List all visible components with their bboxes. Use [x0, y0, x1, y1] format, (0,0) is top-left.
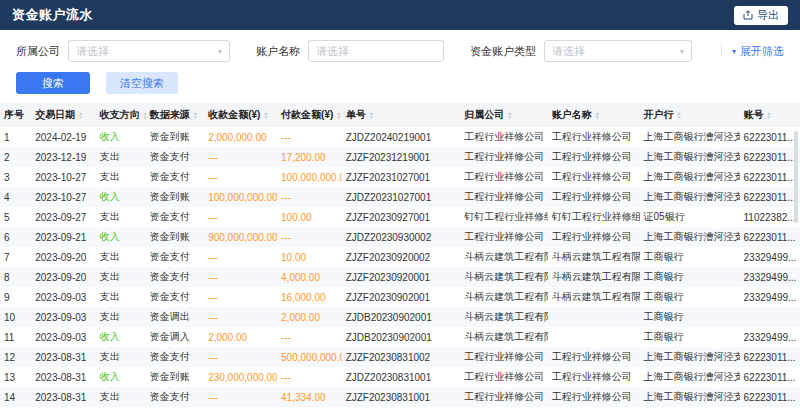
column-header-label: 账户名称 [552, 109, 592, 120]
column-header[interactable]: 账户名称▲▼ [548, 103, 640, 127]
cell-bank: 上海工商银行漕河泾支行 [640, 387, 740, 407]
column-header[interactable]: 收支方向▲▼ [96, 103, 146, 127]
column-header[interactable]: 收款金额(¥)▲▼ [204, 103, 277, 127]
cell-number: 23329499... [740, 327, 800, 347]
table-row: 102023-09-03支出资金调出---2,000.00ZJDB2023090… [0, 307, 800, 327]
column-header[interactable]: 账号▲▼ [740, 103, 800, 127]
cell-direction: 支出 [96, 167, 146, 187]
column-header-label: 数据来源 [150, 109, 190, 120]
cell-company: 工程行业祥修公司 [460, 187, 548, 207]
flow-table-wrap: 序号交易日期▲▼收支方向▲▼数据来源▲▼收款金额(¥)▲▼付款金额(¥)▲▼单号… [0, 103, 800, 409]
column-header-label: 序号 [4, 109, 24, 120]
cell-bank: 工商银行 [640, 327, 740, 347]
cell-number: 62223011... [740, 387, 800, 407]
cell-bank: 上海工商银行漕河泾支行 [640, 227, 740, 247]
cell-number: 23329499... [740, 267, 800, 287]
cell-date: 2023-09-27 [31, 207, 96, 227]
sort-icon[interactable]: ▲▼ [595, 111, 600, 119]
cell-order: ZJDZ20230831001 [342, 367, 461, 387]
cell-number [740, 307, 800, 327]
column-header-label: 归属公司 [464, 109, 504, 120]
expand-filter-link[interactable]: ▾ 展开筛选 [721, 44, 784, 59]
account-type-select[interactable]: 请选择 ▾ [544, 40, 692, 62]
cell-payment: 41,334.00 [277, 387, 342, 407]
scrollbar-thumb[interactable] [794, 131, 798, 223]
cell-no: 7 [0, 247, 31, 267]
column-header[interactable]: 归属公司▲▼ [460, 103, 548, 127]
cell-company: 工程行业祥修公司 [460, 347, 548, 367]
column-header[interactable]: 开户行▲▼ [640, 103, 740, 127]
cell-receipt: --- [204, 247, 277, 267]
sort-icon[interactable]: ▲▼ [193, 111, 198, 119]
cell-direction: 支出 [96, 347, 146, 367]
export-button[interactable]: 导出 [734, 6, 788, 25]
cell-source: 资金调入 [146, 327, 204, 347]
cell-payment: 10.00 [277, 247, 342, 267]
sort-icon[interactable]: ▲▼ [369, 111, 374, 119]
cell-source: 资金到账 [146, 367, 204, 387]
cell-no: 3 [0, 167, 31, 187]
account-name-input[interactable]: 请选择 [308, 40, 444, 62]
cell-payment: --- [277, 327, 342, 347]
cell-source: 资金到账 [146, 127, 204, 147]
sort-icon[interactable]: ▲▼ [143, 111, 146, 119]
chevron-down-icon: ▾ [680, 47, 684, 56]
cell-account: 工程行业祥修公司 [548, 227, 640, 247]
sort-icon[interactable]: ▲▼ [507, 111, 512, 119]
cell-order: ZJDZ20231027001 [342, 187, 461, 207]
cell-direction: 支出 [96, 307, 146, 327]
cell-receipt: --- [204, 287, 277, 307]
search-button[interactable]: 搜索 [16, 72, 90, 94]
sort-icon[interactable]: ▲▼ [336, 111, 341, 119]
cell-account: 工程行业祥修公司 [548, 367, 640, 387]
chevron-down-icon: ▾ [218, 47, 222, 56]
account-type-placeholder: 请选择 [552, 44, 585, 59]
cell-source: 资金支付 [146, 347, 204, 367]
cell-direction: 收入 [96, 127, 146, 147]
cell-order: ZJZF20230831002 [342, 347, 461, 367]
table-row: 92023-09-03支出资金支付---16,000.00ZJZF2023090… [0, 287, 800, 307]
clear-search-button[interactable]: 清空搜索 [106, 72, 178, 94]
cell-direction: 收入 [96, 187, 146, 207]
cell-source: 资金支付 [146, 167, 204, 187]
cell-direction: 收入 [96, 367, 146, 387]
cell-no: 14 [0, 387, 31, 407]
sort-icon[interactable]: ▲▼ [78, 111, 83, 119]
column-header-label: 付款金额(¥) [281, 109, 333, 120]
cell-receipt: --- [204, 387, 277, 407]
cell-receipt: 100,000,000.00 [204, 187, 277, 207]
table-row: 72023-09-20支出资金支付---10.00ZJZF20230920002… [0, 247, 800, 267]
cell-account: 斗柄云建筑工程有限公司 [548, 247, 640, 267]
sort-icon[interactable]: ▲▼ [263, 111, 268, 119]
cell-payment: --- [277, 127, 342, 147]
column-header[interactable]: 交易日期▲▼ [31, 103, 96, 127]
sort-icon[interactable]: ▲▼ [677, 111, 682, 119]
company-select[interactable]: 请选择 ▾ [68, 40, 230, 62]
column-header[interactable]: 付款金额(¥)▲▼ [277, 103, 342, 127]
cell-source: 资金到账 [146, 187, 204, 207]
sort-icon[interactable]: ▲▼ [767, 111, 772, 119]
topbar: 资金账户流水 导出 [0, 0, 800, 30]
cell-bank: 工商银行 [640, 307, 740, 327]
cell-receipt: --- [204, 207, 277, 227]
cell-no: 1 [0, 127, 31, 147]
cell-company: 钉钉工程行业祥修组 [460, 207, 548, 227]
cell-date: 2023-09-21 [31, 227, 96, 247]
cell-order: ZJDB20230902001 [342, 307, 461, 327]
table-row: 22023-12-19支出资金支付---17,200.00ZJZF2023121… [0, 147, 800, 167]
company-filter: 所属公司 请选择 ▾ [16, 40, 230, 62]
cell-source: 资金到账 [146, 227, 204, 247]
column-header-label: 开户行 [644, 109, 674, 120]
cell-source: 资金支付 [146, 387, 204, 407]
cell-date: 2024-02-19 [31, 127, 96, 147]
column-header[interactable]: 数据来源▲▼ [146, 103, 204, 127]
expand-filter-label: 展开筛选 [740, 44, 784, 59]
cell-no: 13 [0, 367, 31, 387]
cell-number: 62223011... [740, 347, 800, 367]
cell-receipt: 2,000.00 [204, 327, 277, 347]
cell-bank: 证05银行 [640, 207, 740, 227]
cell-direction: 收入 [96, 327, 146, 347]
account-type-filter: 资金账户类型 请选择 ▾ [470, 40, 692, 62]
cell-account: 工程行业祥修公司 [548, 127, 640, 147]
column-header[interactable]: 单号▲▼ [342, 103, 461, 127]
